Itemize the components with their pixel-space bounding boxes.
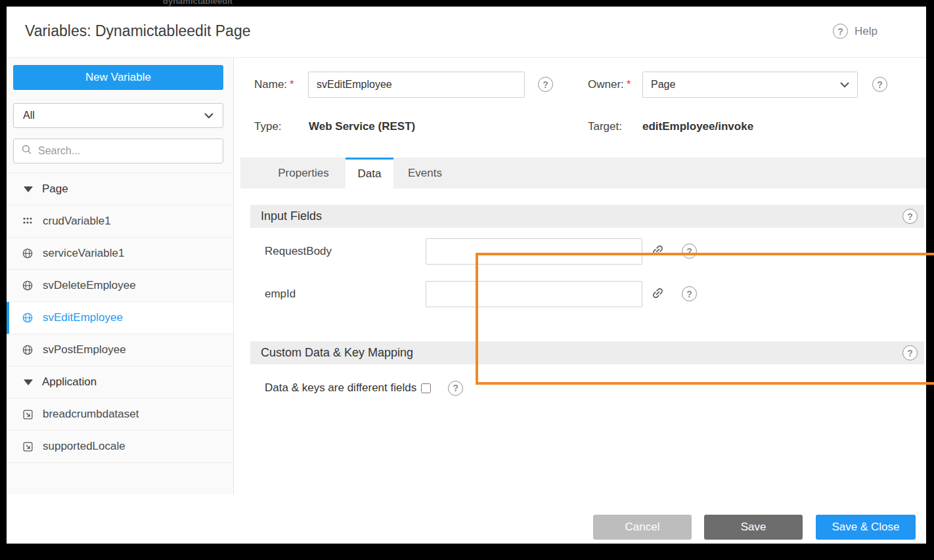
sidebar-item-label: svEditEmployee bbox=[43, 311, 123, 324]
sidebar-item-label: svDeleteEmployee bbox=[43, 279, 136, 292]
name-label: Name:* bbox=[254, 72, 294, 98]
sidebar-group-application[interactable]: Application bbox=[7, 366, 233, 398]
cancel-button[interactable]: Cancel bbox=[593, 515, 692, 540]
variable-detail-panel: Name:* ? Owner:* Page ? Type: Web Servic… bbox=[234, 58, 926, 494]
owner-help-icon[interactable]: ? bbox=[872, 77, 887, 92]
sidebar-item-servicevariable1[interactable]: serviceVariable1 bbox=[7, 238, 233, 270]
target-value: editEmployee/invoke bbox=[642, 120, 753, 133]
sidebar-item-svdeleteemployee[interactable]: svDeleteEmployee bbox=[7, 270, 233, 302]
crud-icon bbox=[21, 217, 34, 226]
globe-icon bbox=[21, 248, 34, 259]
variables-sidebar: New Variable All Page crudVariable1 bbox=[7, 58, 234, 494]
required-asterisk: * bbox=[627, 78, 631, 91]
globe-icon bbox=[21, 280, 34, 291]
background-toolbar: dynamictableedit bbox=[0, 0, 934, 7]
input-fields-section-header: Input Fields ? bbox=[250, 205, 924, 228]
requestbody-help-icon[interactable]: ? bbox=[682, 244, 697, 259]
variable-filter-value: All bbox=[23, 110, 204, 121]
name-help-icon[interactable]: ? bbox=[538, 77, 553, 92]
variables-dialog: Variables: Dynamictableedit Page ? Help … bbox=[7, 7, 926, 544]
sidebar-item-svpostemployee[interactable]: svPostEmployee bbox=[7, 334, 233, 366]
input-fields-title: Input Fields bbox=[261, 209, 322, 223]
help-label: Help bbox=[855, 25, 878, 38]
sidebar-item-label: serviceVariable1 bbox=[43, 247, 124, 260]
tab-data[interactable]: Data bbox=[345, 158, 393, 188]
chevron-down-icon bbox=[204, 110, 213, 121]
help-icon[interactable]: ? bbox=[833, 24, 848, 39]
chevron-down-icon bbox=[840, 79, 849, 91]
dataset-icon bbox=[21, 409, 34, 420]
page-title: Variables: Dynamictableedit Page bbox=[25, 22, 250, 40]
owner-label: Owner:* bbox=[588, 72, 631, 98]
tab-events[interactable]: Events bbox=[396, 158, 454, 188]
type-value: Web Service (REST) bbox=[309, 120, 415, 133]
name-input[interactable] bbox=[308, 72, 525, 98]
empid-help-icon[interactable]: ? bbox=[682, 286, 697, 301]
sidebar-item-breadcrumbdataset[interactable]: breadcrumbdataset bbox=[7, 398, 233, 431]
different-fields-help-icon[interactable]: ? bbox=[448, 381, 463, 396]
input-fields-help-icon[interactable]: ? bbox=[902, 209, 918, 224]
link-icon bbox=[651, 244, 665, 259]
owner-value: Page bbox=[651, 79, 840, 91]
sidebar-item-label: crudVariable1 bbox=[43, 215, 111, 228]
tab-properties[interactable]: Properties bbox=[267, 158, 340, 188]
requestbody-label: RequestBody bbox=[265, 238, 332, 265]
highlight-annotation bbox=[476, 253, 934, 385]
new-variable-button[interactable]: New Variable bbox=[13, 65, 223, 90]
custom-mapping-help-icon[interactable]: ? bbox=[902, 345, 918, 360]
custom-mapping-section-header: Custom Data & Key Mapping ? bbox=[250, 341, 924, 364]
globe-icon bbox=[21, 312, 34, 324]
save-and-close-button[interactable]: Save & Close bbox=[816, 515, 916, 540]
different-fields-row: Data & keys are different fields ? bbox=[265, 378, 463, 398]
sidebar-item-sveditemployee[interactable]: svEditEmployee bbox=[7, 302, 233, 334]
search-input[interactable] bbox=[38, 145, 215, 157]
tab-bar: Properties Data Events bbox=[240, 158, 926, 188]
empid-input[interactable] bbox=[426, 281, 642, 307]
custom-mapping-title: Custom Data & Key Mapping bbox=[261, 346, 413, 360]
background-toolbar-text: dynamictableedit bbox=[163, 0, 233, 6]
variable-filter-select[interactable]: All bbox=[13, 103, 223, 128]
owner-select[interactable]: Page bbox=[642, 72, 858, 98]
sidebar-item-label: breadcrumbdataset bbox=[43, 408, 139, 421]
sidebar-item-crudvariable1[interactable]: crudVariable1 bbox=[7, 205, 233, 238]
variable-search bbox=[13, 139, 223, 163]
save-button[interactable]: Save bbox=[704, 515, 803, 540]
dialog-footer: Cancel Save Save & Close bbox=[7, 494, 926, 544]
globe-icon bbox=[21, 344, 34, 356]
collapse-triangle-icon bbox=[24, 186, 33, 192]
sidebar-item-label: supportedLocale bbox=[43, 440, 125, 453]
empid-bind-button[interactable] bbox=[650, 286, 665, 302]
sidebar-item-supportedlocale[interactable]: supportedLocale bbox=[7, 431, 233, 463]
requestbody-bind-button[interactable] bbox=[650, 244, 665, 259]
different-fields-checkbox[interactable] bbox=[421, 383, 431, 393]
target-label: Target: bbox=[588, 120, 622, 133]
search-icon bbox=[22, 144, 32, 158]
variable-list: Page crudVariable1 serviceVariable1 svDe… bbox=[7, 173, 233, 463]
link-icon bbox=[651, 286, 665, 302]
dialog-header: Variables: Dynamictableedit Page ? Help bbox=[7, 7, 926, 58]
type-label: Type: bbox=[254, 120, 282, 133]
collapse-triangle-icon bbox=[24, 379, 33, 385]
required-asterisk: * bbox=[290, 78, 294, 91]
different-fields-label: Data & keys are different fields bbox=[265, 381, 416, 395]
group-label: Application bbox=[42, 376, 97, 389]
sidebar-item-label: svPostEmployee bbox=[43, 343, 126, 356]
sidebar-group-page[interactable]: Page bbox=[7, 173, 233, 205]
empid-label: empId bbox=[265, 281, 296, 307]
requestbody-input[interactable] bbox=[426, 238, 642, 265]
help-link[interactable]: ? Help bbox=[833, 24, 878, 39]
group-label: Page bbox=[42, 183, 68, 196]
dataset-icon bbox=[21, 441, 34, 452]
